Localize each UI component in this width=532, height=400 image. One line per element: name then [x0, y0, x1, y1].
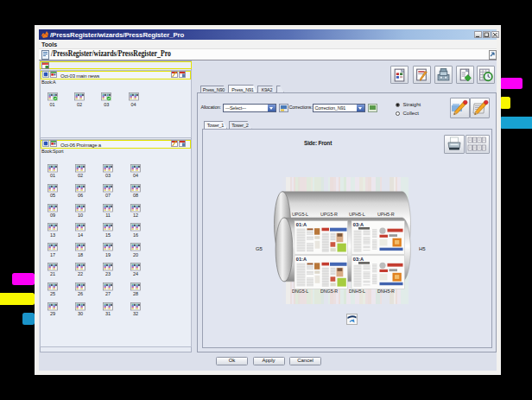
- svg-text:UPG5-L: UPG5-L: [292, 212, 308, 217]
- svg-text:UPH5-R: UPH5-R: [377, 212, 395, 217]
- svg-text:UPG5-R: UPG5-R: [320, 212, 338, 217]
- svg-text:DNG5-R: DNG5-R: [320, 289, 338, 294]
- svg-text:DNH5-R: DNH5-R: [377, 289, 395, 294]
- svg-text:UPH5-L: UPH5-L: [349, 212, 365, 217]
- svg-text:DNG5-L: DNG5-L: [292, 289, 308, 294]
- svg-text:DNH5-L: DNH5-L: [349, 289, 365, 294]
